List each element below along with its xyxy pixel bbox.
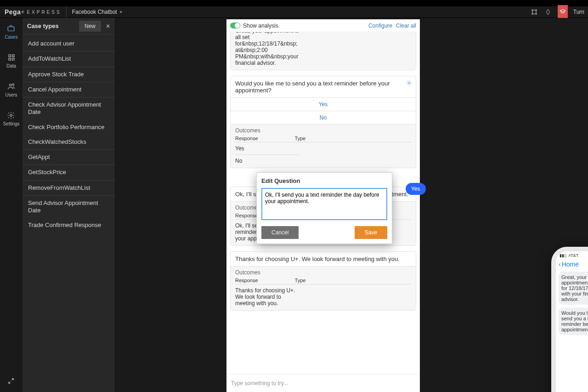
brand-reg: ® [21,10,24,14]
phone-home-label: Home [562,261,579,268]
app-selector[interactable]: Facebook Chatbot ▾ [67,6,128,18]
svg-rect-8 [12,58,14,61]
chat-bubble[interactable]: Thanks for choosing U+. We look forward … [230,251,416,311]
cancel-button[interactable]: Cancel [261,226,299,239]
question-textarea[interactable] [261,188,387,220]
gear-icon [7,111,15,119]
top-bar: Pega® EXPRESS Facebook Chatbot ▾ Turn [0,6,588,18]
chevron-down-icon: ▾ [120,10,122,14]
svg-point-3 [535,13,537,15]
show-analysis-label: Show analysis [243,23,278,29]
sidebar-item[interactable]: Cancel Appointment [23,82,115,97]
new-button[interactable]: New [79,21,101,32]
save-button[interactable]: Save [355,226,387,239]
chevron-left-icon: ‹ [559,261,561,268]
chat-header: Show analysis Configure Clear all [226,19,420,32]
expand-icon[interactable] [7,377,15,386]
outcomes-title: Outcomes [235,127,411,134]
col-type: Type [295,278,306,283]
col-response: Response [235,136,258,141]
svg-rect-6 [12,55,14,57]
rail-label: Data [6,63,16,68]
show-analysis-toggle[interactable] [230,23,240,28]
rail-label: Users [5,92,17,97]
users-icon [7,82,16,91]
edit-question-popover: Edit Question Cancel Save [256,172,392,244]
rail-users[interactable]: Users [5,82,17,97]
svg-point-10 [12,84,14,85]
carrier-label: AT&T [568,253,578,258]
outcome-row: Yes [235,142,300,155]
outcome-row: No [235,155,300,167]
close-icon[interactable]: ✕ [106,23,110,29]
gear-icon[interactable] [406,80,412,87]
option-yes[interactable]: Yes [231,98,416,111]
brand-logo: Pega® EXPRESS [0,8,66,16]
configure-link[interactable]: Configure [368,23,392,29]
outcome-row: Great, your appoinment is all set for&nb… [235,32,300,69]
sidebar-item[interactable]: Send Advisor Appointment Date [23,196,115,218]
svg-rect-7 [9,58,11,61]
svg-point-9 [9,84,11,86]
svg-point-0 [531,10,533,11]
turn-label[interactable]: Turn [573,9,584,15]
phone-preview: ▮▮▯ AT&T ⌔ ‹ Home Great, your appointmen… [551,247,588,392]
svg-rect-4 [8,27,15,31]
clear-all-link[interactable]: Clear all [396,23,416,29]
brand-name: Pega [5,8,21,16]
outcome-row: Thanks for choosing U+. We look forward … [235,284,300,309]
phone-message: Would you like me to send you a text rem… [559,307,588,335]
diamond-icon[interactable] [544,8,552,16]
col-response: Response [235,213,258,218]
phone-message: Great, your appointment is all set for 1… [559,272,588,305]
svg-point-2 [531,13,533,15]
rail-settings[interactable]: Settings [3,111,19,126]
bot-message: Thanks for choosing U+. We look forward … [231,252,416,267]
grad-cap-ribbon[interactable] [558,5,568,18]
grid-icon [7,53,16,62]
rail-data[interactable]: Data [6,53,16,68]
chat-bubble[interactable]: Would you like me to send you a text rem… [230,76,416,168]
sidebar-item[interactable]: AddToWatchList [23,51,115,66]
popover-title: Edit Question [261,177,387,184]
panel-title: Case types [27,23,59,29]
sidebar-item[interactable]: Trade Confirmed Response [23,218,115,233]
share-icon[interactable] [530,8,538,16]
chat-input[interactable]: Type something to try... [226,374,420,392]
left-rail: Cases Data Users Settings [0,18,23,392]
rail-label: Settings [3,121,19,126]
sidebar-item[interactable]: RemoveFromWatchList [23,181,115,195]
rail-label: Cases [5,34,17,40]
outcomes-title: Outcomes [235,269,411,276]
sidebar-item[interactable]: GetAppt [23,150,115,165]
canvas: Show analysis Configure Clear all Respon… [115,18,588,392]
msg-text: Thanks for choosing U+. We look forward … [235,256,400,262]
sidebar-item[interactable]: Check Advisor Appointment Date [23,97,115,120]
case-types-panel: Case types New ✕ Add account userAddToWa… [23,18,115,392]
briefcase-icon [7,24,15,33]
user-reply-pill: Yes [406,183,426,195]
sidebar-item[interactable]: GetStockPrice [23,165,115,180]
sidebar-item[interactable]: Check Portfolio Performance [23,120,115,135]
brand-sub: EXPRESS [27,10,61,15]
svg-point-1 [535,10,537,11]
bot-message: Would you like me to send you a text rem… [231,76,416,98]
phone-status-bar: ▮▮▯ AT&T ⌔ [556,251,588,260]
app-selector-label: Facebook Chatbot [72,9,117,15]
col-response: Response [235,278,258,283]
sidebar-item[interactable]: Add account user [23,36,115,51]
svg-rect-5 [9,55,11,57]
rail-cases[interactable]: Cases [5,24,17,40]
msg-text: Would you like me to send you a text rem… [235,80,390,94]
sidebar-item[interactable]: Approve Stock Trade [23,67,115,82]
sidebar-item[interactable]: CheckWatchedStocks [23,135,115,149]
phone-home-link[interactable]: ‹ Home [556,260,588,269]
chat-bubble: ResponseType Great, your appoinment is a… [230,32,416,70]
option-no[interactable]: No [231,111,416,125]
col-type: Type [295,136,306,141]
signal-icon: ▮▮▯ [560,253,566,258]
svg-point-12 [408,82,410,84]
svg-point-11 [10,114,12,117]
